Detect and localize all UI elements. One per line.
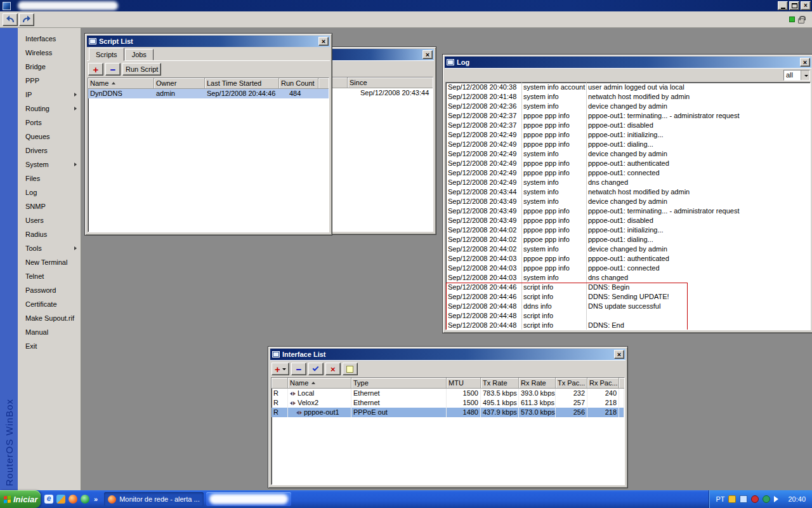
log-entry[interactable]: Sep/12/2008 20:42:37 pppoe ppp info pppo… [446,121,810,130]
interface-list-titlebar[interactable]: Interface List × [270,349,625,360]
sidebar-item[interactable]: Routing [18,102,81,116]
messenger-tray-icon[interactable] [763,495,770,503]
interface-row[interactable]: R Velox2 Ethernet 1500 495.1 kbps 611.3 … [272,398,624,408]
sidebar-item[interactable]: Queues [18,130,81,144]
close-icon[interactable]: × [318,37,329,46]
interface-row[interactable]: R Local Ethernet 1500 783.5 kbps 393.0 k… [272,389,624,398]
sidebar-item[interactable]: Interfaces [18,32,81,46]
name-column-header[interactable]: Name [88,78,154,89]
log-entry[interactable]: Sep/12/2008 20:44:02 system info device … [446,244,810,254]
mtu-column-header[interactable]: MTU [447,378,481,389]
network-tray-icon[interactable] [740,495,747,503]
maximize-button[interactable] [789,1,799,10]
run-script-button[interactable]: Run Script [122,63,161,76]
log-entry[interactable]: Sep/12/2008 20:44:46 script info DDNS: B… [446,283,810,292]
sidebar-item[interactable]: System [18,157,81,171]
volume-tray-icon[interactable] [774,496,782,502]
sidebar-item[interactable]: Ports [18,116,81,130]
log-entry[interactable]: Sep/12/2008 20:42:49 pppoe ppp info pppo… [446,140,810,149]
tab[interactable]: Jobs [125,49,154,60]
log-entry[interactable]: Sep/12/2008 20:42:49 system info dns cha… [446,178,810,187]
undo-button[interactable] [3,13,18,26]
log-entry[interactable]: Sep/12/2008 20:44:03 system info dns cha… [446,273,810,283]
sidebar-item[interactable]: PPP [18,74,81,88]
rx-rate-column-header[interactable]: Rx Rate [519,378,556,389]
sidebar-item[interactable]: Exit [18,339,81,353]
tx-packet-column-header[interactable]: Tx Pac... [556,378,587,389]
quick-launch-overflow-chevron[interactable]: » [93,495,99,503]
sidebar-item[interactable]: Files [18,171,81,185]
run-count-column-header[interactable]: Run Count [279,78,318,89]
log-entry[interactable]: Sep/12/2008 20:43:44 system info netwatc… [446,187,810,197]
script-list-titlebar[interactable]: Script List × [87,36,330,47]
enable-button[interactable] [308,363,324,375]
comment-button[interactable] [343,363,358,375]
start-button[interactable]: Iniciar [0,490,41,508]
security-tray-icon[interactable] [751,495,759,503]
sidebar-item[interactable]: Certificate [18,297,81,311]
tx-rate-column-header[interactable]: Tx Rate [481,378,519,389]
clock[interactable]: 20:40 [785,495,806,503]
log-titlebar[interactable]: Log × [445,57,811,68]
sidebar-item[interactable]: Manual [18,325,81,339]
log-entry[interactable]: Sep/12/2008 20:40:38 system info account… [446,83,810,92]
updates-tray-icon[interactable] [728,495,736,503]
sidebar-item[interactable]: New Terminal [18,255,81,269]
log-entry[interactable]: Sep/12/2008 20:44:02 pppoe ppp info pppo… [446,235,810,244]
log-entry[interactable]: Sep/12/2008 20:42:36 system info device … [446,102,810,111]
name-column-header[interactable]: Name [288,378,351,389]
log-filter-combobox[interactable]: all [783,70,810,81]
disable-button[interactable]: × [325,363,341,375]
redo-button[interactable] [19,13,34,26]
log-entry[interactable]: Sep/12/2008 20:44:46 script info DDNS: S… [446,292,810,302]
remove-button[interactable]: − [291,363,306,375]
owner-column-header[interactable]: Owner [154,78,205,89]
sidebar-item[interactable]: Drivers [18,144,81,157]
sidebar-item[interactable]: Make Supout.rif [18,311,81,325]
log-entry[interactable]: Sep/12/2008 20:42:37 pppoe ppp info pppo… [446,111,810,121]
close-icon[interactable]: × [422,50,433,59]
sidebar-item[interactable]: Telnet [18,269,81,283]
sidebar-item[interactable]: SNMP [18,199,81,213]
taskbar-task-firefox[interactable]: Monitor de rede - alerta ... [104,492,204,506]
since-column-header[interactable]: Since [348,77,433,88]
rx-packet-column-header[interactable]: Rx Pac... [587,378,619,389]
log-entry[interactable]: Sep/12/2008 20:44:48 script info DDNS: E… [446,321,810,330]
log-entry[interactable]: Sep/12/2008 20:44:02 pppoe ppp info pppo… [446,225,810,235]
add-dropdown-button[interactable]: + [272,363,289,375]
interface-row[interactable]: R pppoe-out1 PPPoE out 1480 437.9 kbps 5… [272,408,624,417]
type-column-header[interactable]: Type [351,378,447,389]
script-row[interactable]: DynDDNS admin Sep/12/2008 20:44:46 484 [88,89,329,98]
sidebar-item[interactable]: Password [18,283,81,297]
sidebar-item[interactable]: Wireless [18,46,81,60]
log-entry[interactable]: Sep/12/2008 20:43:49 pppoe ppp info pppo… [446,216,810,225]
log-entry[interactable]: Sep/12/2008 20:44:03 pppoe ppp info pppo… [446,254,810,264]
add-button[interactable]: + [88,63,103,76]
log-entry[interactable]: Sep/12/2008 20:42:49 pppoe ppp info pppo… [446,168,810,178]
log-entry[interactable]: Sep/12/2008 20:43:49 pppoe ppp info pppo… [446,206,810,216]
log-entry[interactable]: Sep/12/2008 20:42:49 system info device … [446,149,810,159]
firefox-icon[interactable] [69,495,77,504]
dropdown-button[interactable] [801,70,809,80]
close-icon[interactable]: × [800,58,810,67]
close-icon[interactable]: × [614,350,624,359]
sidebar-item[interactable]: Bridge [18,60,81,74]
media-player-icon[interactable] [56,495,65,504]
minimize-button[interactable] [778,1,788,10]
last-time-column-header[interactable]: Last Time Started [205,78,279,89]
log-entry[interactable]: Sep/12/2008 20:43:49 system info device … [446,197,810,206]
log-entry[interactable]: Sep/12/2008 20:42:49 pppoe ppp info pppo… [446,159,810,168]
close-button[interactable]: × [801,1,811,10]
sidebar-item[interactable]: IP [18,88,81,102]
tab[interactable]: Scripts [89,48,124,61]
flag-column-header[interactable] [272,378,288,389]
taskbar-task-blurred[interactable] [206,492,291,506]
language-indicator[interactable]: PT [716,495,724,503]
messenger-icon[interactable] [81,495,89,504]
sidebar-item[interactable]: Tools [18,241,81,255]
ie-icon[interactable]: e [44,495,53,504]
log-entry[interactable]: Sep/12/2008 20:44:48 ddns info DNS updat… [446,302,810,311]
log-entry[interactable]: Sep/12/2008 20:42:49 pppoe ppp info pppo… [446,130,810,140]
log-entry[interactable]: Sep/12/2008 20:44:03 pppoe ppp info pppo… [446,264,810,273]
remove-button[interactable]: − [105,63,121,76]
